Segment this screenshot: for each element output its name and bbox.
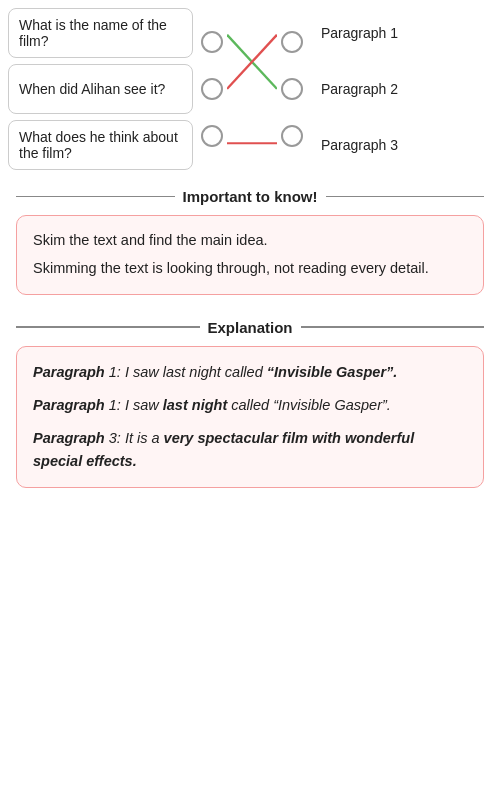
explanation-entry-1-text: : I saw last night called <box>117 364 267 380</box>
right-circles <box>277 8 307 170</box>
explanation-entry-1-bold: “Invisible Gasper”. <box>267 364 398 380</box>
explanation-entry-3-text: : It is a <box>117 430 164 446</box>
paragraph-box-2: Paragraph 2 <box>311 64 492 114</box>
explanation-entry-2-suffix: called “Invisible Gasper”. <box>227 397 391 413</box>
header-line-right <box>326 196 485 198</box>
question-box-3: What does he think about the film? <box>8 120 193 170</box>
matching-section: What is the name of the film? When did A… <box>0 0 500 178</box>
explanation-entry-2-bold: last night <box>163 397 227 413</box>
circle-right-2[interactable] <box>281 78 303 100</box>
explanation-header: Explanation <box>16 319 484 336</box>
important-header: Important to know! <box>16 188 484 205</box>
circle-right-1[interactable] <box>281 31 303 53</box>
connecting-lines <box>227 8 277 170</box>
important-title: Important to know! <box>183 188 318 205</box>
explanation-entry-3: Paragraph 3: It is a very spectacular fi… <box>33 427 467 473</box>
circle-right-3[interactable] <box>281 125 303 147</box>
header-line-left <box>16 196 175 198</box>
question-text-2: When did Alihan see it? <box>19 81 165 97</box>
circle-left-1[interactable] <box>201 31 223 53</box>
explanation-entry-3-label: Paragraph 3 <box>33 430 117 446</box>
question-box-1: What is the name of the film? <box>8 8 193 58</box>
important-box: Skim the text and find the main idea. Sk… <box>16 215 484 295</box>
question-text-1: What is the name of the film? <box>19 17 182 49</box>
explanation-title: Explanation <box>208 319 293 336</box>
paragraph-label-2: Paragraph 2 <box>321 81 398 97</box>
important-line-1: Skim the text and find the main idea. <box>33 230 467 252</box>
left-circles <box>197 8 227 170</box>
paragraph-box-3: Paragraph 3 <box>311 120 492 170</box>
explanation-line-left <box>16 326 200 328</box>
paragraphs-column: Paragraph 1 Paragraph 2 Paragraph 3 <box>311 8 492 170</box>
circle-left-2[interactable] <box>201 78 223 100</box>
explanation-line-right <box>301 326 485 328</box>
question-box-2: When did Alihan see it? <box>8 64 193 114</box>
explanation-entry-2: Paragraph 1: I saw last night called “In… <box>33 394 467 417</box>
explanation-entry-2-label: Paragraph 1 <box>33 397 117 413</box>
paragraph-label-1: Paragraph 1 <box>321 25 398 41</box>
explanation-entry-1: Paragraph 1: I saw last night called “In… <box>33 361 467 384</box>
lines-svg <box>227 8 277 170</box>
explanation-entry-2-text: : I saw <box>117 397 163 413</box>
question-text-3: What does he think about the film? <box>19 129 182 161</box>
paragraph-label-3: Paragraph 3 <box>321 137 398 153</box>
important-section: Important to know! Skim the text and fin… <box>0 178 500 301</box>
explanation-section: Explanation Paragraph 1: I saw last nigh… <box>0 301 500 499</box>
explanation-box: Paragraph 1: I saw last night called “In… <box>16 346 484 489</box>
explanation-entry-1-label: Paragraph 1 <box>33 364 117 380</box>
paragraph-box-1: Paragraph 1 <box>311 8 492 58</box>
circle-left-3[interactable] <box>201 125 223 147</box>
matching-lines-area <box>197 8 307 170</box>
questions-column: What is the name of the film? When did A… <box>8 8 193 170</box>
important-line-2: Skimming the text is looking through, no… <box>33 258 467 280</box>
